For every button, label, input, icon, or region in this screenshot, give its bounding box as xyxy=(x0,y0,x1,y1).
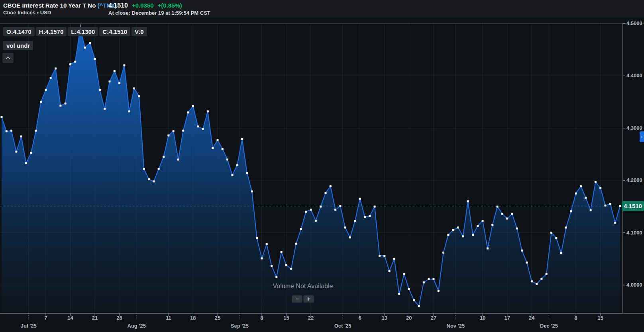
data-point-marker xyxy=(418,305,420,307)
x-axis-label: 22 xyxy=(308,315,314,321)
data-point-marker xyxy=(290,268,292,270)
x-axis-label: 8 xyxy=(575,315,577,321)
data-point-marker xyxy=(516,228,518,230)
data-point-marker xyxy=(182,130,184,132)
x-axis-label: 10 xyxy=(480,315,485,321)
zoom-in-button[interactable]: + xyxy=(304,295,314,303)
data-point-marker xyxy=(69,63,71,65)
data-point-marker xyxy=(423,281,425,283)
data-point-marker xyxy=(212,147,214,149)
data-point-marker xyxy=(369,215,371,217)
data-point-marker xyxy=(241,138,243,140)
data-point-marker xyxy=(50,77,52,79)
data-point-marker xyxy=(477,225,479,227)
data-point-marker xyxy=(40,101,42,103)
data-point-marker xyxy=(462,235,464,237)
data-point-marker xyxy=(605,205,607,207)
data-point-marker xyxy=(457,227,459,228)
data-point-marker xyxy=(295,243,297,245)
data-point-marker xyxy=(364,216,366,218)
data-point-marker xyxy=(256,237,258,239)
x-axis-label: 18 xyxy=(190,315,196,321)
volume-indicator-chip[interactable]: vol undr xyxy=(3,41,33,50)
data-point-marker xyxy=(565,227,567,228)
data-point-marker xyxy=(379,255,381,257)
ohlc-low: L:4.1300 xyxy=(68,27,98,36)
data-point-marker xyxy=(497,205,499,207)
ohlc-open: O:4.1470 xyxy=(3,27,35,36)
data-point-marker xyxy=(231,174,233,176)
x-axis-month-label: Nov '25 xyxy=(446,323,465,329)
data-point-marker xyxy=(330,185,332,187)
data-point-marker xyxy=(1,116,3,118)
data-point-marker xyxy=(207,110,209,112)
data-point-marker xyxy=(560,252,562,254)
data-point-marker xyxy=(163,156,165,158)
data-point-marker xyxy=(383,255,385,257)
y-axis-label: 4.3000 xyxy=(626,125,642,131)
data-point-marker xyxy=(300,228,302,230)
data-point-marker xyxy=(521,250,523,252)
data-point-marker xyxy=(261,257,263,259)
data-point-marker xyxy=(99,89,101,91)
data-point-marker xyxy=(487,248,489,250)
data-point-marker xyxy=(20,135,22,137)
data-point-marker xyxy=(30,152,32,154)
data-point-marker xyxy=(374,205,376,207)
data-point-marker xyxy=(550,232,552,234)
x-axis-month-label: Oct '25 xyxy=(334,323,351,329)
zoom-out-button[interactable]: − xyxy=(292,295,302,303)
data-point-marker xyxy=(94,58,96,60)
collapse-indicator-button[interactable] xyxy=(2,53,14,63)
data-point-marker xyxy=(15,150,17,152)
data-point-marker xyxy=(6,130,8,132)
x-axis-label: 27 xyxy=(431,315,436,321)
y-axis-label: 4.1000 xyxy=(626,230,642,236)
data-point-marker xyxy=(202,128,204,130)
data-point-marker xyxy=(45,89,47,91)
data-point-marker xyxy=(575,193,577,195)
x-axis-label: 6 xyxy=(359,315,361,321)
price-chart-canvas[interactable] xyxy=(0,0,644,332)
data-point-marker xyxy=(192,105,194,107)
data-point-marker xyxy=(74,61,76,62)
data-point-marker xyxy=(158,168,160,170)
data-point-marker xyxy=(177,158,179,160)
data-point-marker xyxy=(310,209,312,211)
data-point-marker xyxy=(531,280,533,282)
data-point-marker xyxy=(570,210,572,212)
data-point-marker xyxy=(173,130,175,132)
data-point-marker xyxy=(398,293,400,295)
data-point-marker xyxy=(153,180,155,182)
y-axis-label: 4.0000 xyxy=(626,282,642,288)
volume-zoom-controls: − + xyxy=(292,295,314,303)
panel-expand-tab[interactable]: › xyxy=(640,131,644,142)
data-point-marker xyxy=(555,237,557,239)
data-point-marker xyxy=(442,252,444,254)
data-point-marker xyxy=(413,299,415,301)
data-point-marker xyxy=(585,197,587,199)
data-point-marker xyxy=(138,95,140,97)
data-point-marker xyxy=(167,135,169,137)
x-axis-label: 17 xyxy=(504,315,510,321)
data-point-marker xyxy=(222,148,224,150)
data-point-marker xyxy=(55,68,57,70)
data-point-marker xyxy=(271,265,273,267)
data-point-marker xyxy=(324,192,326,194)
ohlc-readout: O:4.1470 H:4.1570 L:4.1300 C:4.1510 V:0 xyxy=(3,27,147,36)
y-axis-label: 4.4000 xyxy=(626,72,642,78)
data-point-marker xyxy=(133,87,135,89)
data-point-marker xyxy=(599,187,601,189)
data-point-marker xyxy=(349,236,351,238)
data-point-marker xyxy=(536,283,538,285)
x-axis-label: 20 xyxy=(406,315,412,321)
data-point-marker xyxy=(25,162,27,164)
data-point-marker xyxy=(266,243,268,245)
data-point-marker xyxy=(84,47,86,49)
data-point-marker xyxy=(216,139,218,141)
data-point-marker xyxy=(275,276,277,278)
x-axis-label: 15 xyxy=(597,315,603,321)
data-point-marker xyxy=(452,229,454,231)
data-point-marker xyxy=(89,42,91,44)
data-point-marker xyxy=(35,130,37,132)
